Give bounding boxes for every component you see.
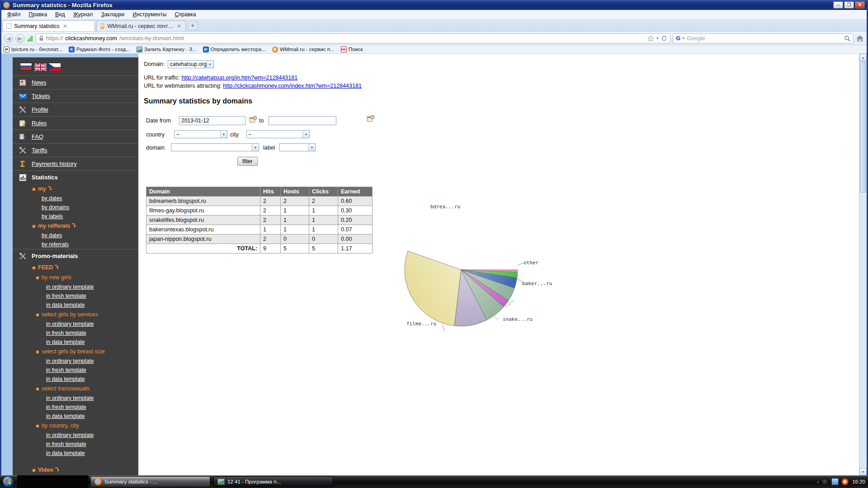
search-placeholder: Google <box>687 35 842 42</box>
tab-wmmail[interactable]: @ WMmail.ru - сервис почтовых рассылок..… <box>96 20 186 31</box>
steam-tray-icon[interactable] <box>821 478 829 485</box>
sidebar-item-by-labels[interactable]: by labels <box>13 212 138 221</box>
search-bar[interactable]: G ▼ Google <box>673 33 854 43</box>
sidebar-item-tariffs[interactable]: Tariffs <box>13 143 138 157</box>
traffic-url-link[interactable]: http://catwhatsup.org/in.htm?wm=21284431… <box>181 75 297 81</box>
sidebar-item-in-data-template[interactable]: in data template <box>13 300 138 310</box>
sidebar-item-by-domains[interactable]: by domains <box>13 203 138 212</box>
search-engine-dropdown-icon[interactable]: ▼ <box>682 37 685 40</box>
menu-файл[interactable]: Файл <box>3 10 25 19</box>
sidebar-item-my[interactable]: my <box>13 184 138 194</box>
maximize-button[interactable]: ❐ <box>844 1 854 9</box>
back-button[interactable]: ◀ <box>4 34 13 43</box>
label-filter-select[interactable]: ▼ <box>279 143 316 151</box>
page-scrollbar[interactable]: ▲ ▼ <box>859 54 867 475</box>
sidebar-item-in-fresh-template[interactable]: in fresh template <box>13 403 138 412</box>
webmasters-url-link[interactable]: http://clickcashmoney.com/index.htm?wm=2… <box>223 83 362 89</box>
sidebar-item-my-refferals[interactable]: my refferals <box>13 221 138 231</box>
sidebar-item-in-ordinary-template[interactable]: in ordinary template <box>13 357 138 366</box>
bookmark-wmmail-ru-сервис-п[interactable]: @WMmail.ru - сервис п... <box>272 47 335 52</box>
sidebar-item-in-data-template[interactable]: in data template <box>13 412 138 421</box>
date-to-input[interactable] <box>269 116 336 125</box>
sidebar-item-in-ordinary-template[interactable]: in ordinary template <box>13 319 138 328</box>
sidebar-item-profile[interactable]: Profile <box>13 103 138 116</box>
chevron-down-icon: ▼ <box>252 144 259 151</box>
tab-close-icon[interactable]: ✕ <box>176 23 182 29</box>
sidebar-item-rules[interactable]: Rules <box>13 116 138 130</box>
calendar-icon[interactable] <box>249 116 257 125</box>
scroll-down-icon[interactable]: ▼ <box>859 468 867 475</box>
filter-button[interactable]: filter <box>237 157 258 166</box>
flag-cz-icon[interactable] <box>48 63 60 70</box>
sidebar-item-in-fresh-template[interactable]: in fresh template <box>13 440 138 449</box>
sidebar-item-label: FEED <box>38 264 53 271</box>
domain-select[interactable]: catwhatsup.org ▼ <box>168 60 214 68</box>
menu-правка[interactable]: Правка <box>25 10 52 19</box>
reload-icon[interactable] <box>661 35 667 42</box>
flag-gb-icon[interactable] <box>34 63 46 70</box>
scroll-up-icon[interactable]: ▲ <box>859 54 867 61</box>
sidebar-item-promo-materials: Promo-materials <box>13 249 138 263</box>
url-dropdown-icon[interactable]: ▼ <box>656 37 659 40</box>
home-icon[interactable] <box>856 35 864 42</box>
bookmark-радикал-фото-созд[interactable]: RРадикал-Фото - созд... <box>69 47 130 52</box>
domain-filter-select[interactable]: ▼ <box>171 143 259 151</box>
bookmark-поиск[interactable]: НКПоиск <box>341 47 363 52</box>
start-button[interactable] <box>2 476 14 488</box>
menu-журнал[interactable]: Журнал <box>69 10 97 19</box>
sidebar-item-by-referrals[interactable]: by referrals <box>13 240 138 249</box>
sidebar-item-faq[interactable]: ?FAQ <box>13 130 138 143</box>
sidebar-item-news[interactable]: News <box>13 75 138 89</box>
app-tray-icon[interactable] <box>841 478 849 485</box>
network-tray-icon[interactable] <box>831 478 839 485</box>
menu-справка[interactable]: Справка <box>170 10 200 19</box>
lock-icon <box>39 35 44 41</box>
calendar-icon[interactable] <box>367 115 375 124</box>
bookmark-ipicture-ru-бесплат[interactable]: iPIpicture.ru - бесплат... <box>4 47 62 52</box>
sidebar-item-in-fresh-template[interactable]: in fresh template <box>13 291 138 300</box>
forward-button[interactable]: ▶ <box>15 34 24 43</box>
menu-вид[interactable]: Вид <box>51 10 69 19</box>
taskbar-button-12-41-программа-п[interactable]: 12 41 - Программа п... <box>213 476 333 487</box>
menu-инструменты[interactable]: Инструменты <box>129 10 171 19</box>
bookmark-label: Определить местора... <box>211 47 266 52</box>
tab-close-icon[interactable]: ✕ <box>62 23 68 29</box>
sidebar-item-in-fresh-template[interactable]: in fresh template <box>13 366 138 375</box>
sidebar-item-in-fresh-template[interactable]: in fresh template <box>13 328 138 338</box>
close-button[interactable]: ✕ <box>855 1 865 9</box>
country-select[interactable]: –▼ <box>174 130 227 138</box>
sidebar-item-by-dates[interactable]: by dates <box>13 194 138 203</box>
sidebar-item-in-data-template[interactable]: in data template <box>13 375 138 384</box>
menu-закладки[interactable]: Закладки <box>97 10 129 19</box>
tray-expand-icon[interactable]: ‹ <box>817 479 819 484</box>
minimize-button[interactable]: – <box>833 1 843 9</box>
sidebar-item-by-new-girls[interactable]: by new girls <box>13 272 138 282</box>
tab-summary-statistics[interactable]: Summary statistics ✕ <box>2 20 95 31</box>
date-from-input[interactable] <box>179 116 245 125</box>
sidebar-item-tickets[interactable]: Tickets <box>13 89 138 103</box>
search-magnifier-icon[interactable] <box>844 35 850 42</box>
sidebar-item-in-data-template[interactable]: in data template <box>13 338 138 347</box>
sidebar-item-payments-history[interactable]: ΣPayments history <box>13 157 138 170</box>
bookmark-star-icon[interactable] <box>647 35 654 42</box>
bookmark-залить-картинку-з[interactable]: Залить Картинку - З... <box>137 47 197 52</box>
url-bar[interactable]: https://clickcashmoney.com/wm/stats-by-d… <box>36 33 670 43</box>
sidebar-item-feed[interactable]: FEED <box>13 263 138 272</box>
taskbar-button-summary-statistics[interactable]: Summary statistics - ... <box>90 476 210 487</box>
sidebar-item-select-girls-by-services[interactable]: select girls by services <box>13 310 138 319</box>
sidebar-item-select-girls-by-breast-size[interactable]: select girls by breast size <box>13 347 138 357</box>
sidebar-item-select-transsexuals[interactable]: select transsexuals <box>13 384 138 394</box>
city-select[interactable]: –▼ <box>246 130 310 138</box>
sidebar-item-in-data-template[interactable]: in data template <box>13 449 138 458</box>
sidebar-item-in-ordinary-template[interactable]: in ordinary template <box>13 394 138 403</box>
sidebar-item-by-dates[interactable]: by dates <box>13 231 138 240</box>
scrollbar-thumb[interactable] <box>860 61 866 192</box>
sidebar-item-in-ordinary-template[interactable]: in ordinary template <box>13 282 138 291</box>
sidebar-item-label: in data template <box>46 339 85 345</box>
bookmark-определить-местора[interactable]: IPОпределить местора... <box>203 47 266 52</box>
flag-ru-icon[interactable] <box>20 63 32 70</box>
sidebar-item-by-country-city[interactable]: by country, city <box>13 421 138 431</box>
new-tab-button[interactable]: + <box>188 21 198 30</box>
sidebar-item-video[interactable]: Video <box>13 465 138 475</box>
sidebar-item-in-ordinary-template[interactable]: in ordinary template <box>13 431 138 440</box>
